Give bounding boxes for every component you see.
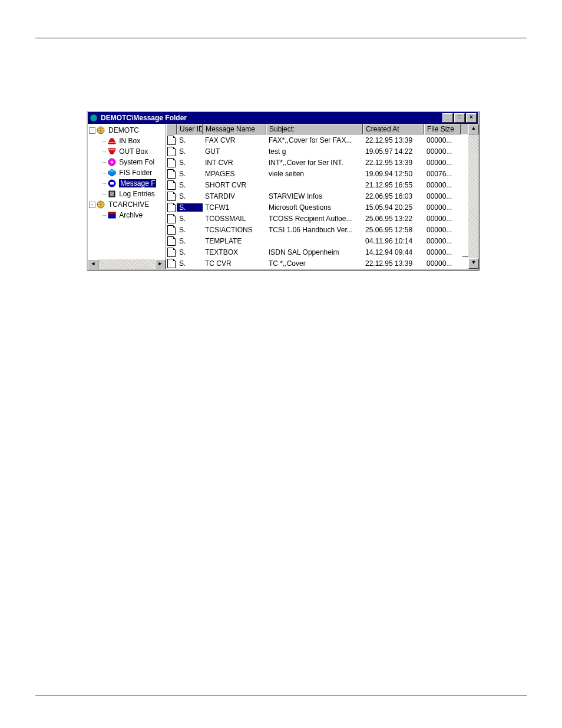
cell-created-at: 21.12.95 16:55 bbox=[363, 181, 424, 189]
tree-item-fis-folder[interactable]: ····FIS Folder bbox=[88, 167, 166, 178]
table-row[interactable]: S.TEMPLATE04.11.96 10:1400000... bbox=[166, 235, 478, 246]
cell-message-name: TCFW1 bbox=[203, 203, 266, 212]
table-row[interactable]: S.SHORT CVR21.12.95 16:5500000... bbox=[166, 179, 478, 190]
svg-point-0 bbox=[90, 114, 97, 121]
message-rows[interactable]: S.FAX CVRFAX*,,Cover for Ser FAX...22.12… bbox=[166, 134, 478, 269]
cell-created-at: 25.06.95 13:22 bbox=[363, 215, 424, 223]
cell-file-size: 00000... bbox=[424, 192, 461, 200]
row-type-icon bbox=[166, 169, 177, 179]
cell-created-at: 22.12.95 13:39 bbox=[363, 136, 424, 144]
svg-rect-13 bbox=[108, 212, 115, 214]
cell-message-name: INT CVR bbox=[203, 159, 266, 167]
page-icon bbox=[167, 192, 176, 201]
cell-userid: S. bbox=[177, 136, 203, 144]
column-header-icon[interactable] bbox=[166, 124, 177, 134]
scroll-left-button[interactable]: ◄ bbox=[88, 259, 98, 269]
table-row[interactable]: S.GUTtest g19.05.97 14:2200000... bbox=[166, 146, 478, 157]
cell-message-name: STARDIV bbox=[203, 192, 266, 200]
cell-file-size: 00000... bbox=[424, 259, 461, 268]
column-header-created-at[interactable]: Created At bbox=[363, 124, 424, 134]
minimize-button[interactable]: _ bbox=[442, 113, 453, 123]
page-icon bbox=[167, 158, 176, 167]
cell-userid: S. bbox=[177, 147, 203, 156]
folder-tree-pane: -DEMOTC····IN Box····OUT Box····System F… bbox=[88, 124, 166, 269]
tree-item-label: DEMOTC bbox=[108, 126, 139, 134]
cell-userid: S. bbox=[177, 203, 203, 212]
tree-item-message-f[interactable]: ····Message F bbox=[88, 178, 166, 189]
cell-file-size: 00000... bbox=[424, 181, 461, 189]
tree-item-tcarchive[interactable]: -TCARCHIVE bbox=[88, 199, 166, 210]
cell-file-size: 00000... bbox=[424, 147, 461, 156]
page-icon bbox=[167, 225, 176, 235]
cell-userid: S. bbox=[177, 181, 203, 189]
tree-connector: ···· bbox=[102, 159, 106, 166]
maximize-button[interactable]: □ bbox=[454, 113, 465, 123]
tree-item-demotc[interactable]: -DEMOTC bbox=[88, 125, 166, 136]
table-row[interactable]: S.STARDIVSTARVIEW Infos22.06.95 16:03000… bbox=[166, 190, 478, 202]
table-row[interactable]: S.FAX CVRFAX*,,Cover for Ser FAX...22.12… bbox=[166, 134, 478, 146]
table-row[interactable]: S.TC CVRTC *,,Cover22.12.95 13:3900000..… bbox=[166, 258, 478, 269]
cell-file-size: 00000... bbox=[424, 136, 461, 144]
cell-message-name: MPAGES bbox=[203, 170, 266, 178]
column-headers: User ID Message Name Subject: Created At… bbox=[166, 124, 478, 134]
scroll-track[interactable] bbox=[98, 259, 155, 269]
tree-expander[interactable]: - bbox=[89, 202, 95, 208]
scroll-right-button[interactable]: ► bbox=[155, 259, 166, 269]
cell-subject: ISDN SAL Oppenheim bbox=[266, 248, 363, 256]
cell-file-size: 00076... bbox=[424, 170, 461, 178]
cell-message-name: FAX CVR bbox=[203, 136, 266, 144]
table-row[interactable]: S.INT CVRINT*,,Cover for Ser INT.22.12.9… bbox=[166, 157, 478, 168]
table-row[interactable]: S.TCSIACTIONSTCSI 1.06 Handbuch Ver...25… bbox=[166, 224, 478, 235]
table-row[interactable]: S.MPAGESviele seiten19.09.94 12:5000076.… bbox=[166, 168, 478, 179]
tree-connector: ···· bbox=[102, 191, 106, 197]
row-type-icon bbox=[166, 136, 177, 145]
column-header-file-size[interactable]: File Size bbox=[424, 124, 461, 134]
cell-subject: STARVIEW Infos bbox=[266, 192, 363, 200]
table-row[interactable]: S.TCFW1Microsoft Questions15.05.94 20:25… bbox=[166, 202, 478, 213]
client-area: -DEMOTC····IN Box····OUT Box····System F… bbox=[88, 124, 478, 269]
folder-tree[interactable]: -DEMOTC····IN Box····OUT Box····System F… bbox=[88, 124, 166, 220]
column-header-subject[interactable]: Subject: bbox=[266, 124, 363, 134]
row-type-icon bbox=[166, 158, 177, 167]
titlebar[interactable]: DEMOTC\Message Folder _ □ × bbox=[88, 112, 478, 124]
scroll-track[interactable] bbox=[468, 134, 478, 258]
cell-message-name: SHORT CVR bbox=[203, 181, 266, 189]
row-type-icon bbox=[166, 147, 177, 156]
tree-item-out-box[interactable]: ····OUT Box bbox=[88, 146, 166, 157]
list-vertical-scrollbar[interactable]: ▲ ▼ bbox=[468, 124, 478, 269]
tree-item-archive[interactable]: ····Archive bbox=[88, 210, 166, 220]
tree-item-label: Message F bbox=[119, 179, 156, 187]
close-button[interactable]: × bbox=[466, 113, 477, 123]
tree-connector: ···· bbox=[102, 138, 106, 144]
scroll-down-button[interactable]: ▼ bbox=[468, 258, 479, 269]
globe-icon bbox=[97, 126, 106, 134]
log-entries-icon bbox=[107, 190, 117, 198]
cell-created-at: 19.05.97 14:22 bbox=[363, 147, 424, 156]
tree-item-label: OUT Box bbox=[119, 147, 148, 156]
cell-message-name: TEMPLATE bbox=[203, 237, 266, 245]
cell-created-at: 22.06.95 16:03 bbox=[363, 192, 424, 200]
page-icon bbox=[167, 147, 176, 156]
cell-created-at: 22.12.95 13:39 bbox=[363, 259, 424, 268]
tree-item-label: FIS Folder bbox=[119, 169, 152, 177]
row-type-icon bbox=[166, 180, 177, 190]
svg-point-3 bbox=[111, 161, 113, 163]
page-icon bbox=[167, 214, 176, 223]
system-folder-icon bbox=[107, 158, 117, 166]
tree-horizontal-scrollbar[interactable]: ◄ ► bbox=[88, 259, 166, 269]
tree-item-in-box[interactable]: ····IN Box bbox=[88, 136, 166, 146]
table-row[interactable]: S.TCOSSMAILTCOSS Recipient Aufloe...25.0… bbox=[166, 213, 478, 224]
tree-item-log-entries[interactable]: ····Log Entries bbox=[88, 189, 166, 199]
table-row[interactable]: S.TEXTBOXISDN SAL Oppenheim14.12.94 09:4… bbox=[166, 246, 478, 258]
cell-subject: TCSI 1.06 Handbuch Ver... bbox=[266, 226, 363, 234]
column-header-userid[interactable]: User ID bbox=[177, 124, 203, 134]
tree-item-system-fol[interactable]: ····System Fol bbox=[88, 157, 166, 167]
row-type-icon bbox=[166, 248, 177, 257]
row-type-icon bbox=[166, 203, 177, 212]
cell-userid: S. bbox=[177, 237, 203, 245]
cell-subject: FAX*,,Cover for Ser FAX... bbox=[266, 136, 363, 144]
scroll-up-button[interactable]: ▲ bbox=[468, 124, 479, 134]
cell-created-at: 19.09.94 12:50 bbox=[363, 170, 424, 178]
tree-expander[interactable]: - bbox=[89, 127, 95, 134]
column-header-message-name[interactable]: Message Name bbox=[203, 124, 266, 134]
